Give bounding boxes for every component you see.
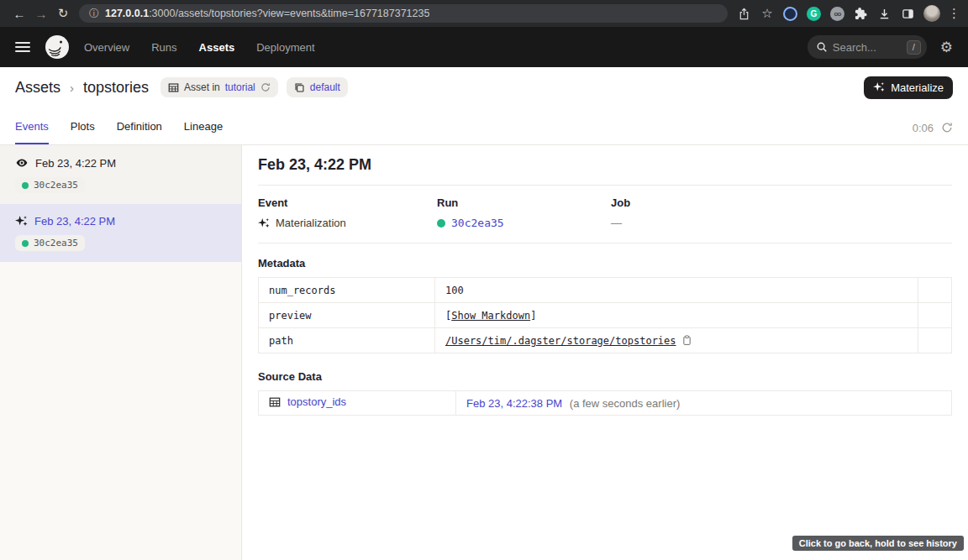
- event-timestamp: Feb 23, 4:22 PM: [35, 157, 116, 170]
- hamburger-menu-icon[interactable]: [15, 42, 30, 52]
- materialization-sparkle-icon: [258, 217, 270, 229]
- browser-menu-icon[interactable]: ⋮: [948, 6, 960, 21]
- job-label: Job: [611, 196, 630, 209]
- asset-group-link[interactable]: tutorial: [225, 81, 255, 93]
- source-asset-name: topstory_ids: [287, 395, 346, 408]
- primary-nav: Overview Runs Assets Deployment: [84, 41, 315, 54]
- back-history-tooltip: Click to go back, hold to see history: [792, 536, 964, 551]
- event-list-sidebar: Feb 23, 4:22 PM 30c2ea35 Feb 23, 4:22 PM…: [0, 145, 242, 560]
- extensions-puzzle-icon[interactable]: [853, 6, 869, 22]
- event-type-value: Materialization: [276, 217, 346, 229]
- event-column: Event Materialization: [258, 196, 437, 229]
- url-path: :3000/assets/topstories?view=events&time…: [149, 8, 429, 19]
- global-search[interactable]: /: [808, 35, 927, 59]
- browser-profile-avatar[interactable]: [923, 5, 940, 22]
- metadata-table: num_records 100 preview [Show Markdown] …: [258, 277, 952, 353]
- run-status-dot: [22, 182, 29, 189]
- source-time-cell: Feb 23, 4:22:38 PM (a few seconds earlie…: [456, 391, 952, 416]
- copy-stack-icon: [294, 82, 305, 93]
- tab-events[interactable]: Events: [15, 107, 49, 144]
- run-id: 30c2ea35: [34, 238, 78, 249]
- run-id-pill[interactable]: 30c2ea35: [15, 177, 85, 193]
- page-title: topstories: [83, 79, 149, 97]
- source-asset-link[interactable]: topstory_ids: [269, 395, 346, 408]
- browser-back-icon[interactable]: ←: [8, 7, 30, 21]
- run-id-link[interactable]: 30c2ea35: [451, 217, 504, 229]
- run-status-dot: [22, 240, 29, 247]
- site-info-icon[interactable]: ⓘ: [89, 7, 99, 21]
- path-link[interactable]: /Users/tim/.dagster/storage/topstories: [445, 335, 676, 347]
- metadata-key: path: [259, 328, 435, 353]
- materialization-sparkle-icon: [15, 215, 28, 228]
- refresh-countdown: 0:06: [913, 122, 934, 134]
- copy-clipboard-icon[interactable]: [681, 335, 692, 346]
- refresh-icon[interactable]: [941, 122, 953, 133]
- grammarly-extension-icon[interactable]: G: [806, 6, 822, 22]
- sidebar-panel-icon[interactable]: [900, 6, 916, 22]
- tab-definition[interactable]: Definition: [117, 107, 162, 144]
- materialize-sparkle-icon: [873, 81, 885, 93]
- run-column: Run 30c2ea35: [437, 196, 611, 229]
- app-nav: Overview Runs Assets Deployment / ⚙: [0, 27, 968, 67]
- address-bar[interactable]: ⓘ 127.0.0.1:3000/assets/topstories?view=…: [79, 4, 728, 23]
- download-icon[interactable]: [876, 6, 892, 22]
- metadata-value: 100: [435, 278, 918, 303]
- table-row: topstory_ids Feb 23, 4:22:38 PM (a few s…: [259, 391, 952, 416]
- source-data-table: topstory_ids Feb 23, 4:22:38 PM (a few s…: [258, 390, 952, 416]
- search-input[interactable]: [833, 41, 893, 54]
- page-header: Assets › topstories Asset in tutorial de…: [0, 67, 968, 107]
- nav-item-assets[interactable]: Assets: [199, 41, 235, 54]
- url-host: 127.0.0.1: [105, 8, 149, 19]
- browser-reload-icon[interactable]: ↻: [52, 6, 74, 21]
- breadcrumb-assets-link[interactable]: Assets: [15, 79, 60, 97]
- tab-plots[interactable]: Plots: [71, 107, 95, 144]
- bookmark-star-icon[interactable]: ☆: [760, 6, 775, 21]
- extension-gray-icon[interactable]: oo: [829, 6, 845, 22]
- metadata-key: preview: [259, 303, 435, 328]
- metadata-section-title: Metadata: [258, 257, 952, 270]
- code-location-badge[interactable]: default: [287, 77, 348, 97]
- source-event-time-link[interactable]: Feb 23, 4:22:38 PM: [466, 397, 562, 410]
- event-list-item-materialization[interactable]: Feb 23, 4:22 PM 30c2ea35: [0, 204, 241, 262]
- run-id: 30c2ea35: [34, 180, 78, 191]
- browser-forward-icon[interactable]: →: [30, 7, 52, 21]
- event-summary-row: Event Materialization Run 30c2ea35 Job —: [258, 186, 952, 243]
- nav-item-runs[interactable]: Runs: [151, 41, 176, 54]
- table-grid-icon: [168, 82, 179, 93]
- nav-item-deployment[interactable]: Deployment: [256, 41, 314, 54]
- table-grid-icon: [269, 396, 281, 408]
- metadata-value: /Users/tim/.dagster/storage/topstories: [435, 328, 918, 353]
- breadcrumb-separator-icon: ›: [69, 81, 75, 95]
- asset-tabs: Events Plots Definition Lineage 0:06: [0, 107, 968, 145]
- table-row: path /Users/tim/.dagster/storage/topstor…: [259, 328, 952, 353]
- dagster-logo[interactable]: [44, 34, 71, 60]
- materialize-button[interactable]: Materialize: [864, 76, 953, 99]
- event-detail-panel: Feb 23, 4:22 PM Event Materialization Ru…: [242, 145, 968, 560]
- tab-lineage[interactable]: Lineage: [184, 107, 223, 144]
- job-column: Job —: [611, 196, 630, 229]
- source-data-section-title: Source Data: [258, 370, 952, 383]
- metadata-value: [Show Markdown]: [435, 303, 918, 328]
- run-label: Run: [437, 196, 611, 209]
- gear-icon[interactable]: ⚙: [940, 39, 953, 56]
- event-label: Event: [258, 196, 437, 209]
- source-time-note: (a few seconds earlier): [570, 397, 681, 410]
- badge-refresh-icon[interactable]: [260, 82, 271, 92]
- bracket-close: ]: [530, 310, 536, 322]
- run-id-pill[interactable]: 30c2ea35: [15, 235, 85, 251]
- eye-icon: [15, 156, 29, 170]
- metadata-extra-cell: [918, 278, 952, 303]
- event-list-item-observation[interactable]: Feb 23, 4:22 PM 30c2ea35: [0, 145, 241, 204]
- show-markdown-link[interactable]: Show Markdown: [451, 310, 530, 322]
- asset-group-badge[interactable]: Asset in tutorial: [160, 77, 278, 97]
- event-detail-title: Feb 23, 4:22 PM: [258, 156, 952, 186]
- metadata-key: num_records: [259, 278, 435, 303]
- extension-clock-icon[interactable]: [782, 6, 798, 22]
- materialize-button-label: Materialize: [891, 81, 944, 94]
- share-icon[interactable]: [736, 6, 752, 22]
- job-value: —: [611, 217, 630, 229]
- nav-item-overview[interactable]: Overview: [84, 41, 129, 54]
- asset-group-prefix: Asset in: [184, 81, 220, 93]
- url-text[interactable]: 127.0.0.1:3000/assets/topstories?view=ev…: [105, 8, 429, 19]
- browser-actions: ☆ G oo ⋮: [736, 5, 960, 22]
